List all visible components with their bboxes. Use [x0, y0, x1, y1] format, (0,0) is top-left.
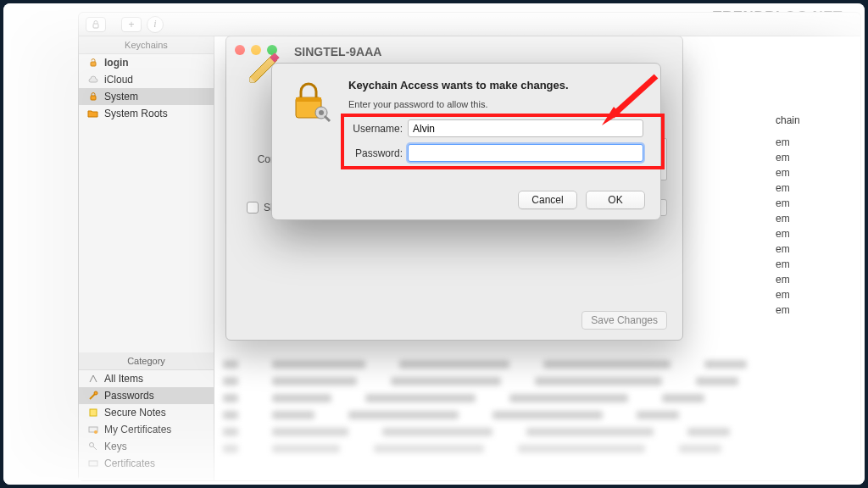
cloud-icon — [87, 74, 99, 86]
svg-rect-14 — [296, 97, 321, 102]
sidebar: Keychains login iCloud System System Roo… — [79, 36, 214, 480]
category-item-certificates[interactable]: Certificates — [79, 455, 214, 472]
password-label: Password: — [342, 147, 403, 159]
svg-point-7 — [90, 443, 94, 447]
sidebar-keychains-header: Keychains — [79, 36, 214, 54]
svg-rect-8 — [89, 461, 97, 466]
info-icon: i — [153, 18, 156, 30]
folder-icon — [87, 108, 99, 119]
sidebar-item-system[interactable]: System — [79, 88, 214, 105]
note-icon — [87, 407, 99, 419]
category-item-label: Secure Notes — [104, 407, 166, 419]
list-cell: em — [776, 226, 843, 241]
category-item-label: My Certificates — [104, 424, 171, 435]
lock-icon — [91, 19, 101, 30]
list-cell: em — [776, 241, 843, 257]
ok-button[interactable]: OK — [586, 191, 645, 209]
category-item-all[interactable]: All Items — [79, 370, 214, 387]
list-cell: em — [776, 272, 843, 287]
category-item-passwords[interactable]: Passwords — [79, 387, 214, 404]
toolbar-info-button[interactable]: i — [147, 16, 164, 33]
list-cell: em — [776, 135, 843, 150]
info-window-title: SINGTEL-9AAA — [294, 45, 381, 58]
sidebar-item-label: System Roots — [104, 108, 168, 119]
lock-icon — [287, 79, 333, 125]
category-item-keys[interactable]: Keys — [79, 438, 214, 455]
toolbar-add-button[interactable]: + — [121, 17, 142, 32]
unlock-icon — [87, 57, 99, 69]
svg-point-3 — [94, 391, 97, 395]
category-item-label: Keys — [104, 441, 127, 452]
category-item-secure-notes[interactable]: Secure Notes — [79, 404, 214, 421]
category-item-label: All Items — [104, 373, 143, 385]
category-item-label: Passwords — [104, 390, 154, 402]
sidebar-item-label: iCloud — [104, 74, 133, 86]
save-changes-button[interactable]: Save Changes — [581, 311, 667, 330]
sidebar-category-header: Category — [79, 352, 214, 370]
svg-rect-1 — [91, 62, 96, 66]
svg-point-6 — [94, 430, 97, 434]
svg-point-16 — [319, 110, 324, 115]
sidebar-item-label: System — [104, 91, 138, 103]
list-cell: em — [776, 150, 843, 165]
plus-icon: + — [128, 19, 134, 30]
show-password-checkbox[interactable] — [247, 202, 259, 214]
sidebar-item-label: login — [104, 57, 129, 69]
list-cell: em — [776, 180, 843, 196]
sidebar-item-system-roots[interactable]: System Roots — [79, 105, 214, 122]
cancel-button[interactable]: Cancel — [518, 191, 577, 209]
list-cell: em — [776, 165, 843, 180]
list-cell: em — [776, 302, 843, 318]
sidebar-item-login[interactable]: login — [79, 54, 214, 71]
lock-icon — [87, 91, 99, 103]
username-input[interactable] — [408, 119, 643, 137]
svg-rect-0 — [93, 24, 98, 28]
sidebar-item-icloud[interactable]: iCloud — [79, 71, 214, 88]
auth-dialog: Keychain Access wants to make changes. E… — [271, 63, 661, 220]
toolbar-lock-button[interactable] — [86, 17, 106, 32]
list-cell: em — [776, 211, 843, 226]
list-cell: em — [776, 196, 843, 211]
column-header-keychain[interactable]: chain — [776, 114, 843, 126]
key-icon — [87, 441, 99, 452]
svg-rect-4 — [90, 409, 97, 416]
username-label: Username: — [342, 123, 403, 135]
category-item-label: Certificates — [104, 458, 155, 469]
list-cell: em — [776, 257, 843, 272]
keychain-toolbar: + i — [79, 13, 860, 36]
auth-subtitle: Enter your password to allow this. — [348, 99, 487, 109]
certificate-icon — [87, 458, 99, 469]
auth-title: Keychain Access wants to make changes. — [348, 79, 569, 92]
all-items-icon — [87, 373, 99, 385]
blurred-list-rows — [223, 357, 852, 475]
svg-rect-2 — [91, 96, 96, 100]
certificate-icon — [87, 424, 99, 435]
category-item-my-certificates[interactable]: My Certificates — [79, 421, 214, 438]
list-cell: em — [776, 287, 843, 302]
password-input[interactable] — [408, 144, 643, 162]
passwords-icon — [87, 390, 99, 402]
